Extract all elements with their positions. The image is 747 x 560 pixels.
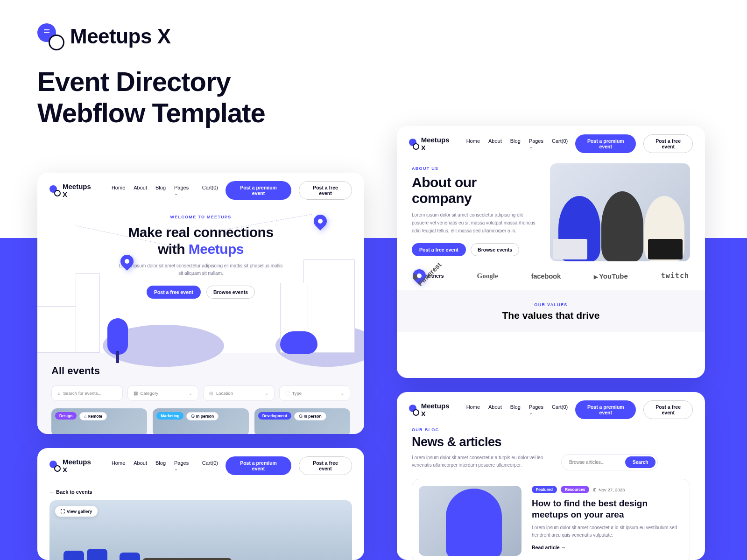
brand-name: Meetups X xyxy=(70,25,171,48)
nav-logo[interactable]: Meetups X xyxy=(49,182,98,198)
preview-blog-card: Meetups X Home About Blog Pages Cart(0) … xyxy=(397,392,705,560)
partner-twitch: twitch xyxy=(661,272,689,280)
chat-bubble-icon xyxy=(409,405,418,415)
nav-logo[interactable]: Meetups X xyxy=(409,136,452,152)
grid-icon: ▦ xyxy=(134,391,138,396)
all-events-heading: All events xyxy=(51,365,350,377)
post-premium-button[interactable]: Post a premium event xyxy=(226,456,291,475)
about-heading: About our company xyxy=(412,175,538,206)
nav-home[interactable]: Home xyxy=(466,404,480,415)
nav-pages[interactable]: Pages xyxy=(174,185,194,196)
hero-browse-button[interactable]: Browse events xyxy=(206,286,255,299)
article-search[interactable]: Search xyxy=(561,454,658,470)
article-date: Nov 27, 2023 xyxy=(593,487,625,492)
preview-home-card: Meetups X Home About Blog Pages Cart(0) … xyxy=(37,173,364,434)
event-tile[interactable]: Development⚇ In person xyxy=(254,408,350,434)
person-icon: ⚇ xyxy=(299,414,303,419)
tree-icon xyxy=(107,318,128,355)
about-body: Lorem ipsum dolor sit amet consectetur a… xyxy=(412,211,538,235)
article-card[interactable]: Featured Resources Nov 27, 2023 How to f… xyxy=(412,479,690,560)
nav-about[interactable]: About xyxy=(134,460,147,471)
nav-home[interactable]: Home xyxy=(112,460,125,471)
post-premium-button[interactable]: Post a premium event xyxy=(226,181,291,200)
chat-bubble-icon xyxy=(49,185,60,196)
nav-blog[interactable]: Blog xyxy=(510,404,521,415)
tag-resources: Resources xyxy=(561,486,589,493)
category-select[interactable]: ▦Category⌄ xyxy=(127,385,199,401)
nav-bar: Meetups X Home About Blog Pages Cart(0) … xyxy=(37,173,364,208)
pin-icon: ◎ xyxy=(209,391,213,396)
article-image xyxy=(419,486,521,556)
about-post-free-button[interactable]: Post a free event xyxy=(412,243,466,256)
preview-about-card: Meetups X Home About Blog Pages Cart(0) … xyxy=(397,126,705,378)
bush-icon xyxy=(280,331,317,354)
nav-bar: Meetups X Home About Blog Pages Cart(0) … xyxy=(397,126,705,161)
event-gallery: ⛶ View gallery xyxy=(49,500,352,560)
blog-eyebrow: OUR BLOG xyxy=(412,427,690,432)
article-title: How to find the best design meetups on y… xyxy=(532,498,683,520)
hero-logo: Meetups X xyxy=(37,23,747,49)
search-input[interactable] xyxy=(569,460,625,465)
chevron-down-icon: ⌄ xyxy=(340,391,344,396)
post-free-button[interactable]: Post a free event xyxy=(299,181,352,200)
home-heading: Make real connections with Meetups xyxy=(56,224,345,258)
post-free-button[interactable]: Post a free event xyxy=(643,134,693,153)
chat-bubble-icon xyxy=(37,23,63,49)
tag-featured: Featured xyxy=(532,486,557,493)
hero-title: Event Directory Webflow Template xyxy=(37,66,747,128)
nav-pages[interactable]: Pages xyxy=(174,460,194,471)
nav-blog[interactable]: Blog xyxy=(155,460,166,471)
post-free-button[interactable]: Post a free event xyxy=(643,400,693,419)
chat-bubble-icon xyxy=(409,139,418,149)
nav-blog[interactable]: Blog xyxy=(510,138,521,149)
nav-cart[interactable]: Cart(0) xyxy=(552,404,568,415)
post-premium-button[interactable]: Post a premium event xyxy=(575,400,636,419)
nav-about[interactable]: About xyxy=(134,185,147,196)
blog-subtext: Lorem ipsum dolor sit amet consectetur a… xyxy=(412,454,552,469)
person-icon: ⚇ xyxy=(191,414,196,419)
nav-about[interactable]: About xyxy=(488,404,502,415)
values-heading: The values that drive xyxy=(397,310,705,321)
about-eyebrow: ABOUT US xyxy=(412,166,538,171)
back-to-events-link[interactable]: ← Back to events xyxy=(49,483,352,500)
event-tile[interactable]: Marketing⚇ In person xyxy=(153,408,248,434)
hero-post-free-button[interactable]: Post a free event xyxy=(147,286,201,299)
nav-pages[interactable]: Pages xyxy=(529,138,543,149)
location-select[interactable]: ◎Location⌄ xyxy=(203,385,275,401)
tag-icon: ⬚ xyxy=(285,391,289,396)
values-eyebrow: OUR VALUES xyxy=(397,302,705,307)
nav-bar: Meetups X Home About Blog Pages Cart(0) … xyxy=(37,448,364,483)
partner-google: Google xyxy=(477,272,498,280)
nav-home[interactable]: Home xyxy=(112,185,125,196)
hero-eyebrow: WELCOME TO MEETUPS xyxy=(56,215,345,219)
chat-bubble-icon xyxy=(49,461,60,471)
search-icon: ⌕ xyxy=(57,391,60,396)
nav-logo[interactable]: Meetups X xyxy=(49,458,98,474)
event-tile[interactable]: Design⌂ Remote xyxy=(51,408,147,434)
nav-about[interactable]: About xyxy=(488,138,502,149)
partner-facebook: facebook xyxy=(531,272,560,280)
nav-home[interactable]: Home xyxy=(466,138,480,149)
read-article-link[interactable]: Read article → xyxy=(532,545,566,550)
nav-cart[interactable]: Cart(0) xyxy=(552,138,568,149)
partner-youtube: YouTube xyxy=(594,272,628,280)
nav-bar: Meetups X Home About Blog Pages Cart(0) … xyxy=(397,392,705,427)
about-browse-button[interactable]: Browse events xyxy=(471,243,519,256)
preview-event-card: Meetups X Home About Blog Pages Cart(0) … xyxy=(37,448,364,560)
post-free-button[interactable]: Post a free event xyxy=(299,456,352,475)
nav-logo[interactable]: Meetups X xyxy=(409,402,452,418)
nav-pages[interactable]: Pages xyxy=(529,404,543,415)
nav-cart[interactable]: Cart(0) xyxy=(202,185,218,196)
search-input[interactable]: ⌕Search for events... xyxy=(51,385,123,401)
about-photo xyxy=(550,163,690,261)
chevron-down-icon: ⌄ xyxy=(265,391,268,396)
post-premium-button[interactable]: Post a premium event xyxy=(575,134,636,153)
article-excerpt: Lorem ipsum dolor sit amet consectetur i… xyxy=(532,524,683,539)
blog-heading: News & articles xyxy=(412,435,690,449)
view-gallery-button[interactable]: ⛶ View gallery xyxy=(55,506,98,517)
home-subtext: Lorem ipsum dolor sit amet consectetur a… xyxy=(117,262,285,277)
nav-cart[interactable]: Cart(0) xyxy=(202,460,218,471)
type-select[interactable]: ⬚Type⌄ xyxy=(279,385,351,401)
search-button[interactable]: Search xyxy=(625,456,655,468)
nav-blog[interactable]: Blog xyxy=(155,185,166,196)
